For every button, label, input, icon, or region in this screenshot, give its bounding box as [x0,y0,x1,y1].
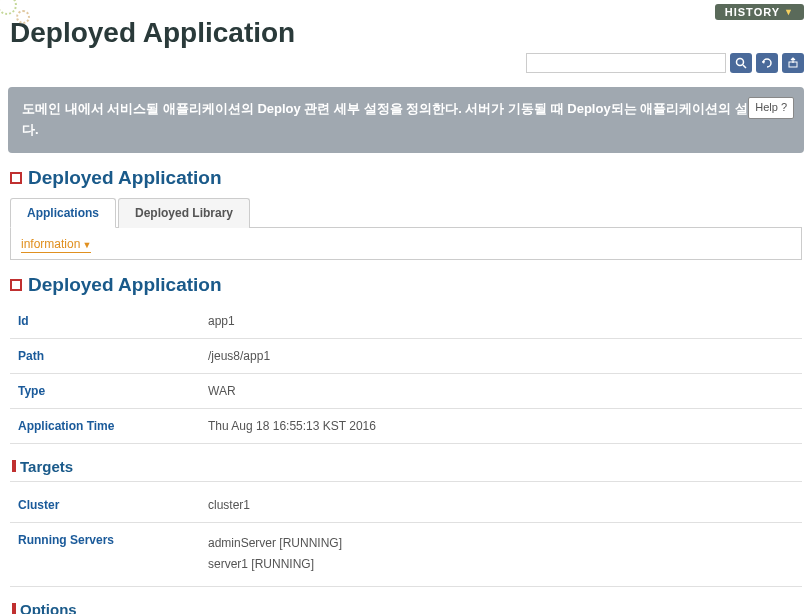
subsection-title: Options [20,601,77,614]
section-title: Deployed Application [28,274,222,296]
detail-label: Application Time [10,409,200,443]
section-heading: Deployed Application [10,167,802,189]
svg-point-0 [737,59,744,66]
description-panel: 도메인 내에서 서비스될 애플리케이션의 Deploy 관련 세부 설정을 정의… [8,87,804,153]
detail-row-type: Type WAR [10,374,802,409]
detail-value: cluster1 [200,488,802,522]
detail-row-running-servers: Running Servers adminServer [RUNNING] se… [10,523,802,587]
tab-applications[interactable]: Applications [10,198,116,228]
toolbar-row [8,53,804,73]
detail-label: Running Servers [10,523,200,586]
chevron-down-icon: ▼ [784,7,794,17]
chevron-down-icon: ▼ [82,240,91,250]
info-dropdown-bar: information▼ [10,228,802,260]
search-icon[interactable] [730,53,752,73]
export-icon[interactable] [782,53,804,73]
description-text: 도메인 내에서 서비스될 애플리케이션의 Deploy 관련 세부 설정을 정의… [22,101,774,137]
tab-bar: Applications Deployed Library [10,197,802,228]
detail-row-id: Id app1 [10,304,802,339]
app-details-table: Id app1 Path /jeus8/app1 Type WAR Applic… [10,304,802,444]
options-heading: Options [10,601,802,614]
section-title: Deployed Application [28,167,222,189]
detail-label: Cluster [10,488,200,522]
section-marker-icon [10,172,22,184]
detail-value: adminServer [RUNNING] server1 [RUNNING] [200,523,802,586]
help-button[interactable]: Help ? [748,97,794,119]
subsection-marker-icon [12,603,16,614]
tab-deployed-library[interactable]: Deployed Library [118,198,250,228]
page-header: HISTORY ▼ Deployed Application [0,0,812,81]
information-label: information [21,237,80,251]
section-heading: Deployed Application [10,274,802,296]
section-marker-icon [10,279,22,291]
subsection-title: Targets [20,458,73,475]
history-label: HISTORY [725,6,780,18]
detail-label: Type [10,374,200,408]
targets-heading: Targets [10,458,802,482]
page-title: Deployed Application [10,17,804,49]
detail-value: app1 [200,304,802,338]
subsection-marker-icon [12,460,16,472]
detail-row-application-time: Application Time Thu Aug 18 16:55:13 KST… [10,409,802,444]
detail-value: /jeus8/app1 [200,339,802,373]
targets-table: Cluster cluster1 Running Servers adminSe… [10,488,802,587]
refresh-icon[interactable] [756,53,778,73]
search-input[interactable] [526,53,726,73]
detail-row-path: Path /jeus8/app1 [10,339,802,374]
detail-row-cluster: Cluster cluster1 [10,488,802,523]
svg-line-1 [743,65,746,68]
detail-value: Thu Aug 18 16:55:13 KST 2016 [200,409,802,443]
detail-label: Id [10,304,200,338]
detail-label: Path [10,339,200,373]
information-dropdown[interactable]: information▼ [21,237,91,253]
history-button[interactable]: HISTORY ▼ [715,4,804,20]
detail-value: WAR [200,374,802,408]
